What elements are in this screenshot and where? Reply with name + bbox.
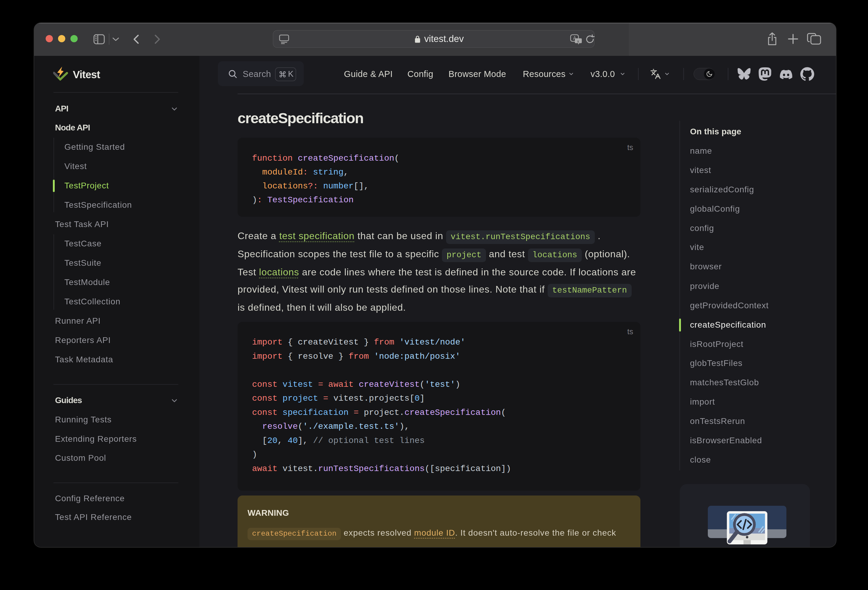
svg-text:x: x: [577, 39, 579, 44]
